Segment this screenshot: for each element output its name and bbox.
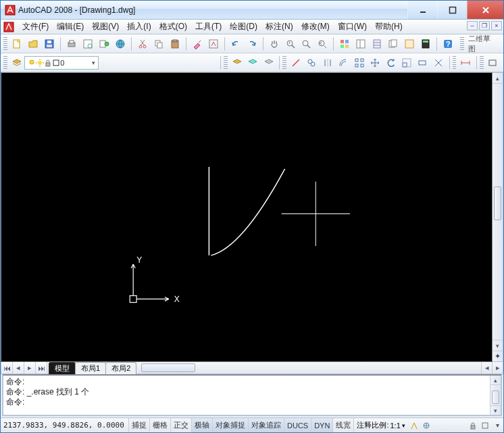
zoom-window-button[interactable]: [299, 36, 313, 51]
tab-first-button[interactable]: ⏮: [1, 362, 13, 374]
toolbar-grip[interactable]: [224, 56, 228, 70]
menu-modify[interactable]: 修改(M): [297, 21, 334, 32]
status-toggle-线宽[interactable]: 线宽: [333, 418, 354, 432]
block-editor-button[interactable]: [206, 36, 221, 51]
status-tray-icon[interactable]: [479, 422, 491, 430]
redo-button[interactable]: [245, 36, 259, 51]
toolbar-grip[interactable]: [480, 56, 484, 70]
hscroll-track[interactable]: [140, 362, 481, 374]
status-toggle-DUCS[interactable]: DUCS: [284, 418, 311, 432]
status-toggle-极轴[interactable]: 极轴: [192, 418, 213, 432]
publish-button[interactable]: [97, 36, 111, 51]
mdi-minimize-button[interactable]: –: [467, 21, 478, 30]
markup-button[interactable]: [402, 36, 417, 51]
zoom-realtime-button[interactable]: +: [283, 36, 298, 51]
minimize-button[interactable]: [407, 1, 437, 19]
anno-autoscale-icon[interactable]: [420, 421, 432, 430]
tab-model[interactable]: 模型: [49, 362, 76, 374]
layer-states-button[interactable]: [230, 55, 244, 70]
scale-button[interactable]: [399, 55, 413, 70]
drawing-canvas[interactable]: X Y: [1, 72, 493, 362]
toolbar-grip[interactable]: [3, 37, 7, 51]
copy-obj-button[interactable]: [305, 55, 319, 70]
rectangle-button[interactable]: [486, 55, 500, 70]
layer-manager-button[interactable]: [9, 55, 24, 70]
menu-view[interactable]: 视图(V): [88, 21, 123, 32]
help-button[interactable]: ?: [440, 36, 455, 51]
pan-button[interactable]: [267, 36, 282, 51]
new-button[interactable]: [9, 36, 24, 51]
scroll-track[interactable]: [493, 84, 503, 340]
mdi-restore-button[interactable]: ❐: [479, 21, 490, 30]
move-button[interactable]: [368, 55, 382, 70]
dist-button[interactable]: [458, 55, 472, 70]
tool-palettes-button[interactable]: [370, 36, 384, 51]
tab-layout1[interactable]: 布局1: [75, 362, 106, 374]
menu-edit[interactable]: 编辑(E): [53, 21, 88, 32]
toolbar-grip[interactable]: [460, 37, 464, 51]
design-center-button[interactable]: [353, 36, 368, 51]
scroll-up-button[interactable]: ▴: [493, 73, 503, 84]
menu-format[interactable]: 格式(O): [155, 21, 191, 32]
coordinates-display[interactable]: 2137.9833, 949.8826, 0.0000: [1, 418, 129, 432]
maximize-button[interactable]: [437, 1, 467, 19]
tab-layout2[interactable]: 布局2: [105, 362, 136, 374]
sheet-set-button[interactable]: [386, 36, 401, 51]
layer-previous-button[interactable]: [246, 55, 260, 70]
paste-button[interactable]: [168, 36, 182, 51]
close-button[interactable]: [467, 1, 503, 19]
properties-button[interactable]: [337, 36, 352, 51]
status-toggle-对象追踪[interactable]: 对象追踪: [249, 418, 284, 432]
array-button[interactable]: [352, 55, 366, 70]
mdi-close-button[interactable]: ×: [491, 21, 502, 30]
toolbar-grip[interactable]: [282, 56, 286, 70]
status-toggle-对象捕捉[interactable]: 对象捕捉: [213, 418, 249, 432]
line-button[interactable]: [288, 55, 303, 70]
etransmit-button[interactable]: [113, 36, 128, 51]
nav-compass-icon[interactable]: ✦: [493, 351, 503, 361]
tab-last-button[interactable]: ⏭: [36, 362, 47, 374]
scroll-down-button[interactable]: ▾: [493, 340, 503, 351]
tab-prev-button[interactable]: ◂: [13, 362, 24, 374]
scroll-thumb[interactable]: [494, 186, 501, 220]
command-window[interactable]: 命令: 命令: _.erase 找到 1 个 命令: ▴ ▾: [2, 374, 502, 416]
canvas-vscrollbar[interactable]: ▴ ▾ ✦: [493, 72, 503, 362]
undo-button[interactable]: [228, 36, 243, 51]
menu-dim[interactable]: 标注(N): [261, 21, 297, 32]
scroll-up-button[interactable]: ▴: [490, 376, 501, 385]
status-toggle-正交[interactable]: 正交: [171, 418, 192, 432]
status-menu-icon[interactable]: ▾: [491, 422, 503, 429]
menu-file[interactable]: 文件(F): [18, 21, 53, 32]
cut-button[interactable]: [135, 36, 150, 51]
hscroll-right-button[interactable]: ▸: [492, 362, 503, 374]
rotate-button[interactable]: [384, 55, 398, 70]
hscroll-thumb[interactable]: [141, 363, 195, 372]
zoom-previous-button[interactable]: [315, 36, 330, 51]
command-vscrollbar[interactable]: ▴ ▾: [490, 376, 501, 415]
menu-window[interactable]: 窗口(W): [334, 21, 371, 32]
layer-isolate-button[interactable]: [261, 55, 276, 70]
stretch-button[interactable]: [415, 55, 430, 70]
mirror-button[interactable]: [320, 55, 334, 70]
menu-insert[interactable]: 插入(I): [123, 21, 155, 32]
copy-button[interactable]: [151, 36, 166, 51]
workspace-label[interactable]: 二维草图: [465, 34, 501, 54]
print-button[interactable]: [64, 36, 79, 51]
toolbar-grip[interactable]: [453, 56, 457, 70]
layer-dropdown[interactable]: 0 ▾: [24, 56, 99, 70]
scroll-down-button[interactable]: ▾: [490, 405, 501, 415]
annotation-scale[interactable]: 注释比例: 1:1 ▾: [354, 420, 407, 430]
matchprop-button[interactable]: [190, 36, 205, 51]
title-bar[interactable]: AutoCAD 2008 - [Drawing1.dwg]: [1, 1, 503, 20]
menu-draw[interactable]: 绘图(D): [226, 21, 261, 32]
status-lock-icon[interactable]: [467, 422, 479, 430]
anno-visibility-icon[interactable]: [408, 421, 420, 430]
calculator-button[interactable]: [418, 36, 433, 51]
plot-preview-button[interactable]: [80, 36, 95, 51]
command-text[interactable]: 命令: 命令: _.erase 找到 1 个 命令:: [3, 376, 490, 415]
menu-help[interactable]: 帮助(H): [371, 21, 407, 32]
hscroll-left-button[interactable]: ◂: [481, 362, 492, 374]
trim-button[interactable]: [431, 55, 445, 70]
status-toggle-DYN[interactable]: DYN: [311, 418, 333, 432]
tab-next-button[interactable]: ▸: [24, 362, 36, 374]
